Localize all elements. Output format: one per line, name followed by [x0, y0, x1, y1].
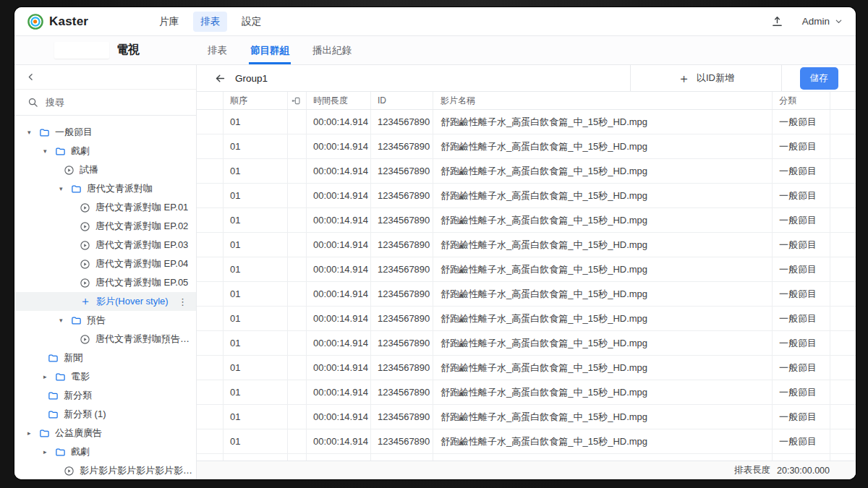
- nav-item[interactable]: 設定: [234, 12, 268, 32]
- tree-video-item[interactable]: 唐代文青派對咖 EP.03: [14, 236, 196, 254]
- table-row[interactable]: 01 00:00:14.914 1234567890 舒跑鹼性離子水_高蛋白飲食…: [197, 282, 856, 307]
- tree-video-item[interactable]: 唐代文青派對咖 EP.04: [14, 254, 196, 273]
- nav-item[interactable]: 排表: [193, 12, 227, 32]
- cell-name: 舒跑鹼性離子水_高蛋白飲食篇_中_15秒_HD.mpg: [433, 429, 773, 453]
- tree-add-item[interactable]: ＋影片(Hover style)⋮: [14, 292, 196, 311]
- topbar-right: Admin: [771, 15, 843, 27]
- tree-video-item[interactable]: 試播: [14, 160, 196, 179]
- cell-duration: 00:00:14.914: [307, 405, 371, 429]
- cell-blank: [773, 454, 830, 461]
- tree-folder-item[interactable]: ▸公益廣廣告: [14, 424, 196, 442]
- cell-id: 1234567890: [371, 380, 433, 404]
- cell-blank: [830, 380, 856, 404]
- tree-video-item[interactable]: 影片影片影片影片影片影片影片影: [14, 461, 196, 479]
- user-menu[interactable]: Admin: [802, 16, 843, 27]
- table-row[interactable]: 01 00:00:14.914 1234567890 舒跑鹼性離子水_高蛋白飲食…: [197, 134, 856, 159]
- cell-category: 一般節目: [773, 356, 830, 380]
- tree-folder-item[interactable]: 新聞: [14, 348, 196, 367]
- chevron-down-icon[interactable]: ▾: [43, 147, 55, 155]
- cell-blank: [830, 184, 856, 207]
- cell-category: 一般節目: [773, 380, 830, 404]
- cell-id: 1234567890: [371, 257, 433, 281]
- tree-video-item[interactable]: 唐代文青派對咖 EP.01: [14, 198, 196, 217]
- table-row[interactable]: 01 00:00:14.914 1234567890 舒跑鹼性離子水_高蛋白飲食…: [197, 307, 856, 331]
- table-row[interactable]: 01 00:00:14.914 1234567890 舒跑鹼性離子水_高蛋白飲食…: [197, 233, 856, 257]
- cell-category: 一般節目: [773, 134, 830, 158]
- cell-order: 01: [224, 405, 288, 429]
- tab[interactable]: 節目群組: [249, 36, 291, 64]
- tree-folder-item[interactable]: ▾一般節目: [14, 123, 196, 142]
- table-row[interactable]: 01 00:00:14.914 1234567890 舒跑鹼性離子水_高蛋白飲食…: [197, 405, 856, 429]
- tree-item-label: 唐代文青派對咖 EP.03: [95, 239, 188, 252]
- add-by-id-button[interactable]: ＋ 以ID新增: [630, 65, 782, 91]
- cell-blank: [197, 134, 224, 158]
- table-row[interactable]: 01 00:00:14.914 1234567890 舒跑鹼性離子水_高蛋白飲食…: [197, 159, 856, 184]
- tab[interactable]: 排表: [206, 36, 229, 64]
- cell-duration: 00:00:14.914: [307, 233, 371, 257]
- chevron-down-icon[interactable]: ▾: [27, 129, 39, 136]
- cell-name: 舒跑鹼性離子水_高蛋白飲食篇_中_15秒_HD.mpg: [433, 134, 773, 158]
- tab[interactable]: 播出紀錄: [311, 36, 353, 64]
- chevron-down-icon[interactable]: ▾: [59, 317, 71, 324]
- search-input[interactable]: [46, 97, 169, 108]
- upload-icon[interactable]: [771, 15, 783, 27]
- tree-folder-item[interactable]: ▾預告: [14, 311, 196, 330]
- channel-logo-placeholder: [54, 42, 109, 59]
- top-bar: Kaster 片庫 排表 設定 Admin: [14, 7, 856, 36]
- tree-folder-item[interactable]: ▸電影: [14, 367, 196, 386]
- table-row[interactable]: 01 00:00:14.914 1234567890 舒跑鹼性離子水_高蛋白飲食…: [197, 356, 856, 380]
- folder-icon: [55, 146, 66, 157]
- tree-folder-item[interactable]: ▾唐代文青派對咖: [14, 179, 196, 198]
- collapse-sidebar-button[interactable]: [26, 72, 35, 82]
- tree-folder-item[interactable]: 新分類 (1): [14, 405, 196, 424]
- tree-video-item[interactable]: 唐代文青派對咖 EP.05: [14, 273, 196, 292]
- cell-name: 舒跑鹼性離子水_高蛋白飲食篇_中_15秒_HD.mpg: [433, 257, 773, 281]
- table-row[interactable]: 01 00:00:14.914 1234567890 舒跑鹼性離子水_高蛋白飲食…: [197, 380, 856, 405]
- table-row[interactable]: 01 00:00:14.914 1234567890 舒跑鹼性離子水_高蛋白飲食…: [197, 429, 856, 454]
- back-button[interactable]: [214, 72, 226, 85]
- table-row[interactable]: 01 00:00:14.914 1234567890 舒跑鹼性離子水_高蛋白飲食…: [197, 208, 856, 233]
- table-row[interactable]: 01 00:00:14.914 1234567890 舒跑鹼性離子水_高蛋白飲食…: [197, 184, 856, 208]
- chevron-right-icon[interactable]: ▸: [43, 373, 55, 380]
- cell-link: [288, 159, 307, 183]
- table-row[interactable]: 01 00:00:14.914 1234567890 舒跑鹼性離子水_高蛋白飲食…: [197, 331, 856, 356]
- cell-blank: [197, 429, 224, 453]
- kebab-menu-icon[interactable]: ⋮: [178, 296, 187, 307]
- chevron-right-icon[interactable]: ▸: [43, 448, 55, 455]
- desktop-background: Kaster 片庫 排表 設定 Admin: [0, 0, 868, 488]
- tree-video-item[interactable]: 唐代文青派對咖預告：子美長...: [14, 330, 196, 348]
- tree-folder-item[interactable]: ▾戲劇: [14, 142, 196, 160]
- brand-name: Kaster: [49, 14, 88, 29]
- schedule-length-label: 排表長度: [734, 464, 770, 476]
- folder-icon: [39, 428, 50, 439]
- table-rows: 01 00:00:14.914 1234567890 舒跑鹼性離子水_高蛋白飲食…: [197, 110, 856, 454]
- chevron-right-icon[interactable]: ▸: [27, 429, 39, 437]
- folder-icon: [55, 447, 66, 458]
- col-duration: 時間長度: [307, 92, 371, 109]
- group-panel: Group1 ＋ 以ID新增 儲存 順序: [197, 65, 856, 479]
- save-button[interactable]: 儲存: [800, 67, 838, 90]
- folder-icon: [71, 315, 82, 326]
- chevron-down-icon[interactable]: ▾: [59, 185, 71, 192]
- table-row[interactable]: 01 00:00:14.914 1234567890 舒跑鹼性離子水_高蛋白飲食…: [197, 110, 856, 134]
- plus-icon: ＋: [678, 72, 690, 85]
- cell-blank: [197, 405, 224, 429]
- cell-link: [288, 208, 307, 232]
- cell-order: 01: [224, 331, 288, 355]
- folder-icon: [48, 353, 59, 364]
- cell-duration: 00:00:14.914: [307, 159, 371, 183]
- cell-category: 一般節目: [773, 307, 830, 330]
- cell-blank: [830, 405, 856, 429]
- cell-duration: 00:00:14.914: [307, 257, 371, 281]
- video-play-icon: [64, 466, 75, 476]
- folder-icon: [55, 372, 66, 382]
- cell-category: 一般節目: [773, 429, 830, 453]
- tree-item-label: 唐代文青派對咖: [87, 182, 153, 195]
- cell-link: [288, 380, 307, 404]
- video-play-icon: [80, 202, 90, 213]
- tree-folder-item[interactable]: ▸戲劇: [14, 442, 196, 461]
- table-row[interactable]: 01 00:00:14.914 1234567890 舒跑鹼性離子水_高蛋白飲食…: [197, 257, 856, 282]
- nav-item[interactable]: 片庫: [152, 12, 186, 32]
- tree-video-item[interactable]: 唐代文青派對咖 EP.02: [14, 217, 196, 236]
- tree-folder-item[interactable]: 新分類: [14, 386, 196, 405]
